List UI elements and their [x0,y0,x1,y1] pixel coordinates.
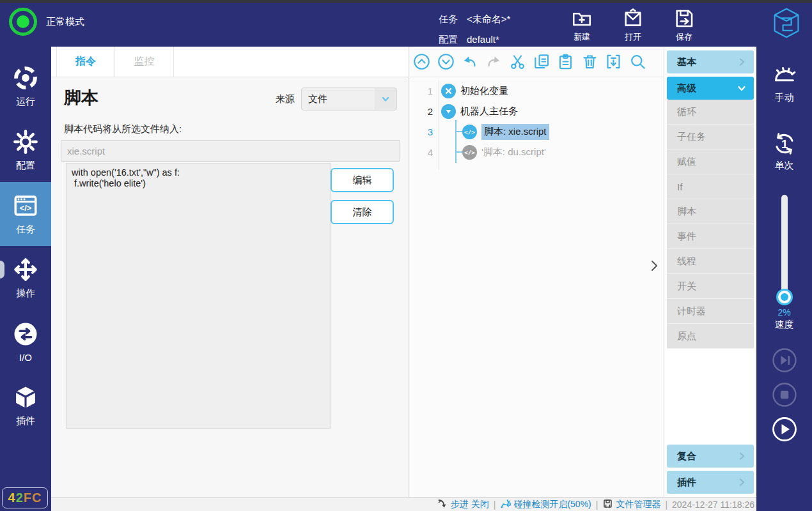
collision-detection-status[interactable]: 碰撞检测开启(50%) [500,498,591,511]
code-line: with open('16.txt',"w") as f: [72,167,325,178]
svg-text:1: 1 [781,137,787,151]
speed-label: 速度 [775,319,794,331]
single-run-button[interactable]: 1 单次 [772,131,797,172]
copy-icon[interactable] [533,53,550,70]
edit-button[interactable]: 编辑 [331,168,394,192]
tree-row-script-du[interactable]: 4 </> '脚本: du.script' [410,142,664,162]
single-cycle-icon: 1 [772,131,797,156]
palette-spacer [667,349,754,445]
collision-icon [500,498,511,511]
step-forward-button[interactable] [772,347,797,373]
manual-hand-icon [772,63,797,89]
init-variables-icon [441,84,456,98]
source-select[interactable]: 文件 [301,88,397,111]
speed-slider-thumb[interactable] [776,289,793,305]
script-description: 脚本代码将从所选文件纳入: [64,123,182,135]
redo-icon[interactable] [485,53,503,70]
chevron-right-icon [737,478,746,487]
palette-section-advanced[interactable]: 高级 [667,77,754,100]
move-down-icon[interactable] [437,53,455,70]
expand-triangle-icon[interactable] [441,104,456,119]
panel-collapse-handle[interactable] [647,257,661,274]
playback-controls [772,347,797,442]
tree-toolbar [410,47,664,77]
palette-item-assign[interactable]: 赋值 [667,149,754,174]
move-up-icon[interactable] [413,53,430,70]
delete-icon[interactable] [581,53,598,70]
tab-instruction[interactable]: 指令 [56,47,115,77]
task-tree: 1 初始化变量 2 机器人主任务 3 </> 脚本: xie.script 4 … [410,80,664,162]
tree-row-init-variables[interactable]: 1 初始化变量 [410,80,664,101]
manual-mode-button[interactable]: 手动 [772,63,797,104]
open-task-button[interactable]: 打开 [613,8,653,43]
sidebar-item-plugin[interactable]: 插件 [0,374,51,438]
tree-row-script-xie[interactable]: 3 </> 脚本: xie.script [410,121,664,142]
sidebar-item-task[interactable]: </> 任务 [0,182,51,246]
task-value: <未命名>* [467,9,510,29]
sidebar-item-io[interactable]: I/O [0,310,51,374]
save-task-button[interactable]: 保存 [664,8,705,43]
tree-row-main-task[interactable]: 2 机器人主任务 [410,101,664,121]
palette-item-origin[interactable]: 原点 [667,324,754,349]
file-manager-link[interactable]: 文件管理器 [602,498,660,511]
palette-item-loop[interactable]: 循环 [667,100,754,125]
tab-monitor[interactable]: 监控 [115,47,174,77]
top-edge-strip [0,0,812,3]
palette-section-plugin[interactable]: 插件 [667,471,754,494]
task-info: 任务<未命名>* 配置default* [439,9,510,50]
task-label: 任务 [439,9,458,29]
cube-icon [12,384,39,411]
paste-icon[interactable] [557,53,574,70]
palette-section-basic[interactable]: 基本 [667,50,754,73]
speed-value: 2% [777,307,790,317]
instruction-panel: 指令 监控 脚本 来源 文件 脚本代码将从所选文件纳入: xie.script … [51,47,409,497]
speed-slider-track[interactable] [781,195,788,297]
step-mode-status[interactable]: 步进 关闭 [437,498,489,511]
script-code-icon: </> [462,125,477,139]
move-arrows-icon [12,256,39,283]
robot-mode-indicator: 正常模式 [9,8,84,36]
palette-item-timer[interactable]: 计时器 [667,299,754,324]
undo-icon[interactable] [461,53,478,70]
code-line: f.write('helo elite') [72,178,325,189]
stop-button[interactable] [772,382,797,408]
page-title: 脚本 [64,86,98,109]
cut-icon[interactable] [509,53,526,70]
mode-status-icon [9,8,37,36]
play-button[interactable] [772,416,797,442]
clear-button[interactable]: 清除 [331,200,394,224]
chevron-down-icon [737,84,746,93]
new-task-button[interactable]: 新建 [561,8,602,43]
left-nav: 运行 配置 </> 任务 操作 I/O 插件 [0,47,51,511]
sidebar-item-run[interactable]: 运行 [0,54,51,118]
palette-item-thread[interactable]: 线程 [667,249,754,274]
left-edge-handle[interactable] [0,261,4,278]
svg-text:</>: </> [20,203,32,213]
palette-section-compound[interactable]: 复合 [667,445,754,468]
sidebar-item-operate[interactable]: 操作 [0,246,51,310]
palette-item-if[interactable]: If [667,174,754,199]
skip-icon [772,347,797,373]
main-content: 指令 监控 脚本 来源 文件 脚本代码将从所选文件纳入: xie.script … [51,47,756,497]
panel-tabs: 指令 监控 [51,47,409,77]
status-bar: 步进 关闭 | 碰撞检测开启(50%) | 文件管理器 | 2024-12-27… [51,497,756,511]
instruction-palette: 基本 高级 循环 子任务 赋值 If 脚本 事件 线程 开关 计时器 原点 复合 [664,47,756,497]
palette-item-event[interactable]: 事件 [667,224,754,249]
palette-item-switch[interactable]: 开关 [667,274,754,299]
run-target-icon [12,65,39,91]
script-code-icon-disabled: </> [462,145,477,160]
play-icon [772,416,797,442]
gear-icon [12,128,39,155]
search-icon[interactable] [629,53,646,70]
insert-into-icon[interactable] [605,53,622,70]
palette-item-subtask[interactable]: 子任务 [667,125,754,149]
top-bar: 正常模式 任务<未命名>* 配置default* 新建 打开 保存 [0,0,812,47]
robot-teach-pendant-app: 正常模式 任务<未命名>* 配置default* 新建 打开 保存 运行 [0,0,812,511]
status-timestamp: 2024-12-27 11:18:26 [672,500,754,510]
sidebar-item-config[interactable]: 配置 [0,118,51,182]
script-file-field[interactable]: xie.script [61,140,400,162]
script-code-preview[interactable]: with open('16.txt',"w") as f: f.write('h… [66,163,331,429]
chevron-right-icon [737,452,746,461]
palette-item-script[interactable]: 脚本 [667,199,754,224]
speed-slider: 2% 速度 [775,195,794,331]
